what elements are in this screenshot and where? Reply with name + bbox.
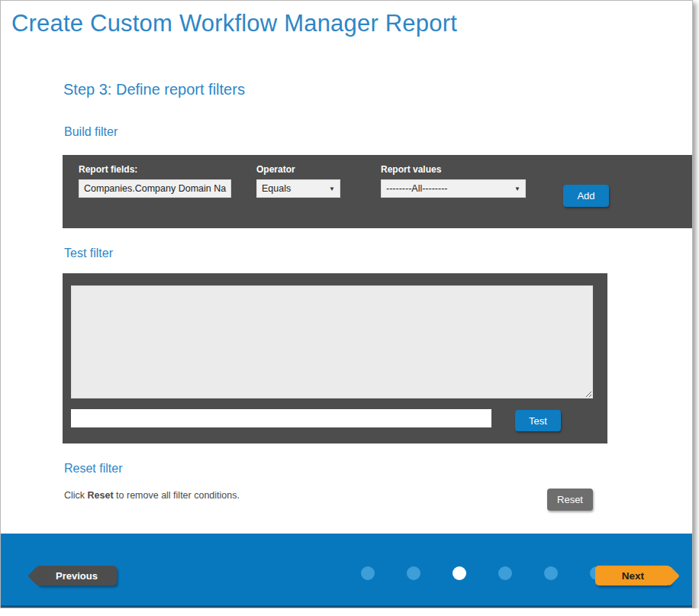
reset-description-bold: Reset xyxy=(88,490,114,501)
dropdown-arrow-icon: ▼ xyxy=(226,185,231,192)
wizard-page: Create Custom Workflow Manager Report St… xyxy=(0,0,693,608)
report-fields-select[interactable]: Companies.Company Domain Na ▼ xyxy=(79,179,231,198)
dropdown-arrow-icon: ▼ xyxy=(510,185,520,192)
test-value-input[interactable] xyxy=(71,409,491,427)
progress-dot xyxy=(498,566,512,580)
test-filter-heading: Test filter xyxy=(64,247,113,260)
add-button[interactable]: Add xyxy=(563,185,609,207)
progress-dot xyxy=(544,566,558,580)
operator-selected-value: Equals xyxy=(262,183,291,194)
test-filter-panel: Test xyxy=(63,273,607,443)
report-fields-selected-value: Companies.Company Domain Na xyxy=(84,183,226,194)
test-button[interactable]: Test xyxy=(515,410,561,431)
next-button[interactable]: Next xyxy=(595,566,671,585)
reset-description-suffix: to remove all filter conditions. xyxy=(114,490,240,501)
previous-button[interactable]: Previous xyxy=(37,566,117,585)
step-heading: Step 3: Define report filters xyxy=(63,81,245,98)
reset-filter-heading: Reset filter xyxy=(64,462,122,476)
reset-button[interactable]: Reset xyxy=(547,489,593,511)
report-fields-label: Report fields: xyxy=(79,164,231,175)
page-title: Create Custom Workflow Manager Report xyxy=(11,10,457,37)
report-values-selected-value: --------All-------- xyxy=(386,183,448,194)
operator-label: Operator xyxy=(256,164,340,175)
progress-dot xyxy=(361,566,375,580)
filter-expression-textarea[interactable] xyxy=(71,285,593,398)
build-filter-bar: Report fields: Companies.Company Domain … xyxy=(63,155,693,228)
report-values-group: Report values --------All-------- ▼ xyxy=(381,164,526,198)
report-values-select[interactable]: --------All-------- ▼ xyxy=(381,179,526,198)
build-filter-heading: Build filter xyxy=(64,125,118,139)
operator-group: Operator Equals ▼ xyxy=(256,164,340,198)
operator-select[interactable]: Equals ▼ xyxy=(256,179,340,198)
wizard-footer: Previous Next xyxy=(1,534,692,608)
report-values-label: Report values xyxy=(381,164,526,175)
progress-dot xyxy=(407,566,420,580)
report-fields-group: Report fields: Companies.Company Domain … xyxy=(79,164,231,198)
reset-description-prefix: Click xyxy=(64,490,88,501)
progress-dots xyxy=(361,566,604,580)
progress-dot-active xyxy=(453,566,466,580)
reset-description: Click Reset to remove all filter conditi… xyxy=(64,490,240,501)
dropdown-arrow-icon: ▼ xyxy=(324,185,335,192)
